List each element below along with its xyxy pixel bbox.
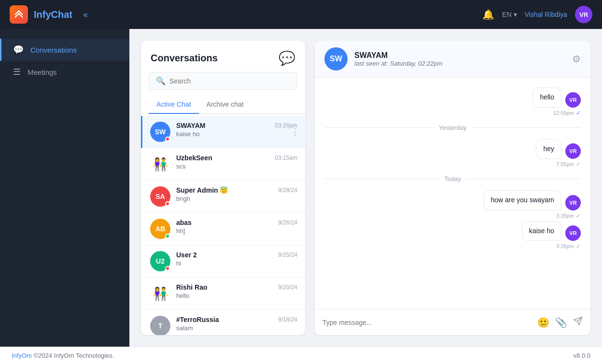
emoji-icon[interactable]: 🙂	[537, 317, 549, 328]
conv-name: Rishi Rao	[176, 283, 208, 291]
send-icon[interactable]	[573, 316, 583, 328]
content-area: Conversations 💬 🔍 Active Chat Archive ch…	[129, 29, 602, 347]
message-meta: 3:26pm ✓	[556, 212, 581, 219]
footer-brand[interactable]: InfyOm	[12, 352, 32, 359]
conv-name: SWAYAM	[176, 122, 205, 129]
message-row: hey VR 7:55pm ✓	[324, 139, 581, 168]
conv-name: User 2	[176, 251, 197, 259]
avatar-superadmin: SA	[150, 186, 170, 207]
conversations-icon: 💬	[13, 44, 24, 55]
conv-menu-icon[interactable]: ⋮	[291, 126, 299, 137]
tab-archive-chat[interactable]: Archive chat	[199, 96, 252, 114]
meetings-icon: ☰	[13, 67, 21, 77]
check-icon: ✓	[576, 110, 581, 116]
gear-icon[interactable]: ⚙	[572, 53, 581, 65]
message-meta: 3:26pm ✓	[556, 243, 581, 250]
avatar-abas: AB	[150, 219, 170, 239]
status-dot	[165, 137, 170, 141]
check-icon: ✓	[576, 243, 581, 250]
message-avatar: VR	[565, 225, 581, 241]
collapse-button[interactable]: «	[83, 10, 88, 20]
search-box[interactable]: 🔍	[149, 72, 297, 90]
sidebar-item-meetings[interactable]: ☰ Meetings	[0, 61, 129, 83]
conv-time: 9/25/24	[278, 252, 297, 258]
main-layout: 💬 Conversations ☰ Meetings Conversations…	[0, 29, 602, 347]
sidebar: 💬 Conversations ☰ Meetings	[0, 29, 129, 347]
brand-name: InfyChat	[34, 9, 72, 20]
user-avatar[interactable]: VR	[575, 6, 592, 23]
conv-time: 03:15am	[275, 154, 297, 161]
conv-time: 9/26/24	[278, 219, 297, 226]
message-avatar: VR	[565, 195, 581, 210]
chat-panel: SW SWAYAM last seen at: Saturday, 02:22p…	[315, 41, 590, 335]
attachment-icon[interactable]: 📎	[555, 317, 567, 328]
message-avatar: VR	[565, 92, 581, 108]
message-meta: 12:59pm ✓	[553, 110, 581, 116]
sidebar-item-conversations[interactable]: 💬 Conversations	[0, 39, 129, 61]
conversation-item-abas[interactable]: AB abas 9/26/24 hh]	[141, 213, 305, 245]
conv-info: Super Admin 😇 9/28/24 bngh	[176, 186, 297, 202]
avatar-rishirao: 👫	[150, 283, 170, 304]
conv-info: abas 9/26/24 hh]	[176, 219, 297, 235]
tab-active-chat[interactable]: Active Chat	[149, 96, 199, 114]
conversation-item-superadmin[interactable]: SA Super Admin 😇 9/28/24 bngh	[141, 181, 305, 213]
user-name[interactable]: Vishal Ribdiya	[525, 11, 567, 18]
chat-last-seen: last seen at: Saturday, 02:22pm	[354, 60, 565, 67]
message-bubble: hey	[536, 139, 561, 159]
search-input[interactable]	[169, 77, 290, 85]
message-row: hello VR 12:59pm ✓	[324, 87, 581, 116]
conv-name: Super Admin 😇	[176, 186, 228, 194]
conv-last-msg: scs	[176, 163, 297, 170]
conversations-header: Conversations 💬	[141, 41, 305, 72]
conv-last-msg: hi	[176, 260, 297, 267]
avatar-swayam: SW	[150, 122, 170, 142]
conv-time: 9/20/24	[278, 284, 297, 291]
avatar-terrorussia: T	[150, 316, 170, 335]
message-row: how are you swayam VR 3:26pm ✓	[324, 190, 581, 219]
chat-header: SW SWAYAM last seen at: Saturday, 02:22p…	[315, 41, 590, 78]
day-divider-yesterday: Yesterday	[324, 124, 581, 131]
chat-tabs: Active Chat Archive chat	[141, 96, 305, 114]
messages-area: hello VR 12:59pm ✓ Yesterday	[315, 78, 590, 309]
conv-info: SWAYAM 03:26pm kaise ho	[176, 122, 297, 138]
status-dot	[165, 234, 170, 238]
conv-last-msg: hh]	[176, 227, 297, 235]
navbar-left: InfyChat «	[10, 5, 88, 24]
footer-text: InfyOm ©2024 InfyOm Technologies.	[12, 352, 114, 359]
language-selector[interactable]: EN ▾	[502, 11, 517, 18]
check-icon: ✓	[576, 161, 581, 168]
avatar-user2: U2	[150, 251, 170, 271]
conversation-item-user2[interactable]: U2 User 2 9/25/24 hi	[141, 245, 305, 278]
status-dot	[165, 201, 170, 206]
conv-name: abas	[176, 219, 192, 226]
chat-user-info: SWAYAM last seen at: Saturday, 02:22pm	[354, 51, 565, 67]
message-row: kaise ho VR 3:26pm ✓	[324, 221, 581, 250]
navbar: InfyChat « 🔔 EN ▾ Vishal Ribdiya VR	[0, 0, 602, 29]
conv-name: #TerroRussia	[176, 316, 219, 323]
conversation-item-swayam[interactable]: SW SWAYAM 03:26pm kaise ho ⋮	[141, 116, 305, 148]
sidebar-item-label: Meetings	[28, 68, 57, 76]
conversation-list: SW SWAYAM 03:26pm kaise ho ⋮ 👫	[141, 116, 305, 335]
avatar-uzbekseen: 👫	[150, 154, 170, 174]
conv-time: 9/18/24	[278, 316, 297, 323]
conv-last-msg: kaise ho	[176, 130, 297, 138]
chat-input-area: 🙂 📎	[315, 309, 590, 335]
conversation-item-terrorussia[interactable]: T #TerroRussia 9/18/24 salam	[141, 310, 305, 335]
conv-info: Rishi Rao 9/20/24 hello	[176, 283, 297, 299]
check-icon: ✓	[576, 212, 581, 219]
chat-user-name: SWAYAM	[354, 51, 565, 60]
conv-name: UzbekSeen	[176, 154, 212, 162]
conversations-title: Conversations	[151, 53, 218, 64]
status-dot	[165, 266, 170, 271]
notification-bell-icon[interactable]: 🔔	[482, 9, 494, 20]
conv-time: 9/28/24	[278, 187, 297, 194]
message-bubble: kaise ho	[522, 221, 561, 241]
message-meta: 7:55pm ✓	[556, 161, 581, 168]
navbar-right: 🔔 EN ▾ Vishal Ribdiya VR	[482, 6, 592, 23]
conversation-item-uzbekseen[interactable]: 👫 UzbekSeen 03:15am scs	[141, 148, 305, 181]
day-divider-today: Today	[324, 175, 581, 182]
conversation-item-rishirao[interactable]: 👫 Rishi Rao 9/20/24 hello	[141, 278, 305, 310]
logo-icon	[10, 5, 28, 24]
message-input[interactable]	[322, 319, 532, 326]
conversations-header-icon: 💬	[279, 50, 295, 66]
